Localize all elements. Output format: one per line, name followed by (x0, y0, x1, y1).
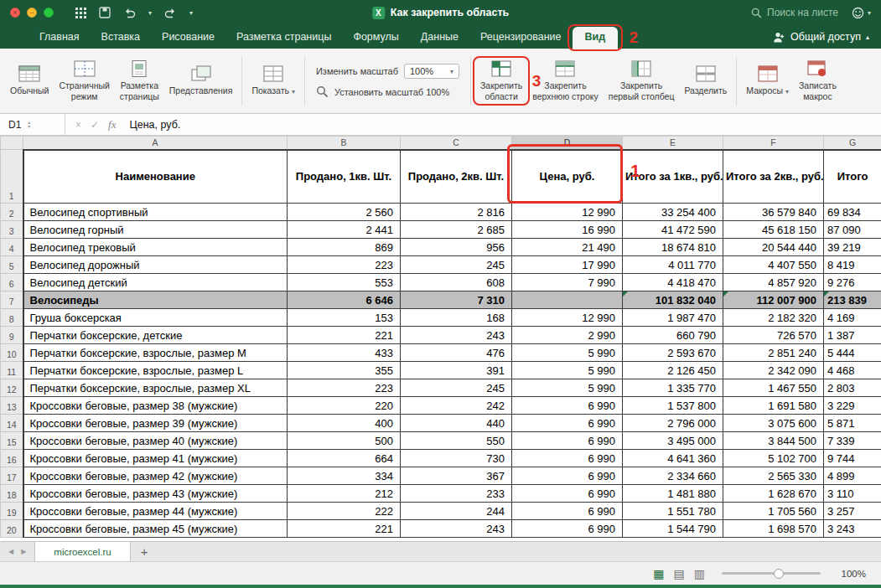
cell-G8[interactable]: 4 169 (824, 309, 881, 327)
cell-E1[interactable]: Итого за 1кв., руб. (623, 150, 723, 204)
cell-A15[interactable]: Кроссовки беговые, размер 40 (мужские) (23, 432, 288, 450)
cell-B11[interactable]: 355 (288, 362, 401, 379)
cell-E7[interactable]: 101 832 040 (623, 291, 723, 309)
cell-G14[interactable]: 5 871 (824, 415, 881, 432)
cell-C9[interactable]: 243 (401, 327, 512, 344)
cell-A3[interactable]: Велосипед горный (23, 221, 288, 239)
redo-icon[interactable] (164, 8, 177, 18)
freeze-top-row-button[interactable]: Закрепить верхнюю строку (527, 57, 603, 105)
zoom-select[interactable]: 100% ▾ (404, 64, 459, 79)
page-break-view-button[interactable]: Страничный режим (54, 57, 114, 105)
freeze-panes-button[interactable]: Закрепить области 3 (475, 57, 527, 105)
macros-button[interactable]: Макросы ▾ (741, 62, 794, 100)
minimize-button[interactable]: − (27, 8, 37, 18)
cell-D6[interactable]: 7 990 (512, 274, 623, 291)
row-header-6[interactable]: 6 (1, 274, 23, 291)
formula-input[interactable]: Цена, руб. (126, 114, 180, 135)
cell-D20[interactable]: 6 990 (512, 520, 623, 538)
tab-vid[interactable]: Вид 2 (573, 27, 619, 49)
cell-G15[interactable]: 7 339 (824, 432, 881, 450)
cell-A16[interactable]: Кроссовки беговые, размер 41 (мужские) (23, 450, 288, 467)
cell-B19[interactable]: 222 (288, 503, 401, 520)
cell-F20[interactable]: 1 698 570 (723, 520, 824, 538)
column-header-f[interactable]: F (723, 137, 824, 150)
cell-G4[interactable]: 39 219 (824, 239, 881, 256)
cell-E3[interactable]: 41 472 590 (623, 221, 723, 239)
cell-B5[interactable]: 223 (288, 256, 401, 274)
cell-A17[interactable]: Кроссовки беговые, размер 42 (мужские) (23, 467, 288, 485)
row-header-14[interactable]: 14 (1, 415, 23, 432)
cell-B1[interactable]: Продано, 1кв. Шт. (288, 150, 401, 204)
zoom-slider[interactable] (722, 572, 821, 575)
cell-A13[interactable]: Кроссовки беговые, размер 38 (мужские) (23, 397, 288, 415)
cell-B9[interactable]: 221 (288, 327, 401, 344)
cell-A7[interactable]: Велосипеды (23, 291, 288, 309)
cell-F8[interactable]: 2 182 320 (723, 309, 824, 327)
maximize-button[interactable] (44, 8, 54, 18)
cell-F3[interactable]: 45 618 150 (723, 221, 824, 239)
cell-C12[interactable]: 245 (401, 379, 512, 397)
cell-G13[interactable]: 3 229 (824, 397, 881, 415)
sheet-search-input[interactable]: Поиск на листе (751, 7, 838, 18)
cell-E6[interactable]: 4 418 470 (623, 274, 723, 291)
cell-D10[interactable]: 5 990 (512, 344, 623, 362)
row-header-5[interactable]: 5 (1, 256, 23, 274)
cell-A14[interactable]: Кроссовки беговые, размер 39 (мужские) (23, 415, 288, 432)
cell-F1[interactable]: Итого за 2кв., руб. (723, 150, 824, 204)
cell-F2[interactable]: 36 579 840 (723, 204, 824, 221)
cell-G6[interactable]: 9 276 (824, 274, 881, 291)
cell-C1[interactable]: Продано, 2кв. Шт. (401, 150, 512, 204)
cell-D15[interactable]: 6 990 (512, 432, 623, 450)
cell-E18[interactable]: 1 481 880 (623, 485, 723, 503)
cell-A1[interactable]: Наименование (23, 150, 288, 204)
cell-B16[interactable]: 664 (288, 450, 401, 467)
cell-B6[interactable]: 553 (288, 274, 401, 291)
cell-D8[interactable]: 12 990 (512, 309, 623, 327)
cell-G2[interactable]: 69 834 (824, 204, 881, 221)
cell-A11[interactable]: Перчатки боксерские, взрослые, размер L (23, 362, 288, 379)
cell-F6[interactable]: 4 857 920 (723, 274, 824, 291)
cell-B12[interactable]: 223 (288, 379, 401, 397)
show-button[interactable]: Показать ▾ (246, 62, 300, 100)
cell-C6[interactable]: 608 (401, 274, 512, 291)
cell-B20[interactable]: 221 (288, 520, 401, 538)
column-header-d[interactable]: D (512, 137, 623, 150)
cell-D4[interactable]: 21 490 (512, 239, 623, 256)
insert-function-icon[interactable]: fx (108, 118, 116, 132)
row-header-13[interactable]: 13 (1, 397, 23, 415)
share-button[interactable]: Общий доступ ▴ (773, 31, 869, 43)
column-header-e[interactable]: E (623, 137, 723, 150)
cell-G9[interactable]: 1 387 (824, 327, 881, 344)
tab-glavnaya[interactable]: Главная (29, 27, 91, 49)
cell-D14[interactable]: 6 990 (512, 415, 623, 432)
account-menu[interactable]: ▾ (852, 7, 871, 19)
cell-E11[interactable]: 2 126 450 (623, 362, 723, 379)
custom-views-button[interactable]: Представления (164, 62, 238, 100)
cell-C19[interactable]: 244 (401, 503, 512, 520)
row-header-10[interactable]: 10 (1, 344, 23, 362)
cell-F7[interactable]: 112 007 900 (723, 291, 824, 309)
cell-F17[interactable]: 2 565 330 (723, 467, 824, 485)
freeze-first-column-button[interactable]: Закрепить первый столбец (604, 57, 680, 105)
row-header-8[interactable]: 8 (1, 309, 23, 327)
cell-C10[interactable]: 476 (401, 344, 512, 362)
split-button[interactable]: Разделить (679, 62, 732, 100)
cell-A8[interactable]: Груша боксерская (23, 309, 288, 327)
cell-E19[interactable]: 1 551 780 (623, 503, 723, 520)
cell-D7[interactable] (512, 291, 623, 309)
tab-formuly[interactable]: Формулы (342, 27, 409, 49)
cell-A2[interactable]: Велосипед спортивный (23, 204, 288, 221)
cell-F18[interactable]: 1 628 670 (723, 485, 824, 503)
cell-F9[interactable]: 726 570 (723, 327, 824, 344)
cell-D1[interactable]: Цена, руб. (512, 150, 623, 204)
cell-A18[interactable]: Кроссовки беговые, размер 43 (мужские) (23, 485, 288, 503)
sheet-tab-active[interactable]: microexcel.ru (34, 542, 130, 561)
row-header-9[interactable]: 9 (1, 327, 23, 344)
cell-F19[interactable]: 1 705 560 (723, 503, 824, 520)
name-box-stepper[interactable]: ▴▾ (28, 121, 30, 129)
row-header-16[interactable]: 16 (1, 450, 23, 467)
cell-G16[interactable]: 9 744 (824, 450, 881, 467)
cell-G11[interactable]: 4 468 (824, 362, 881, 379)
cell-G18[interactable]: 3 110 (824, 485, 881, 503)
row-header-12[interactable]: 12 (1, 379, 23, 397)
